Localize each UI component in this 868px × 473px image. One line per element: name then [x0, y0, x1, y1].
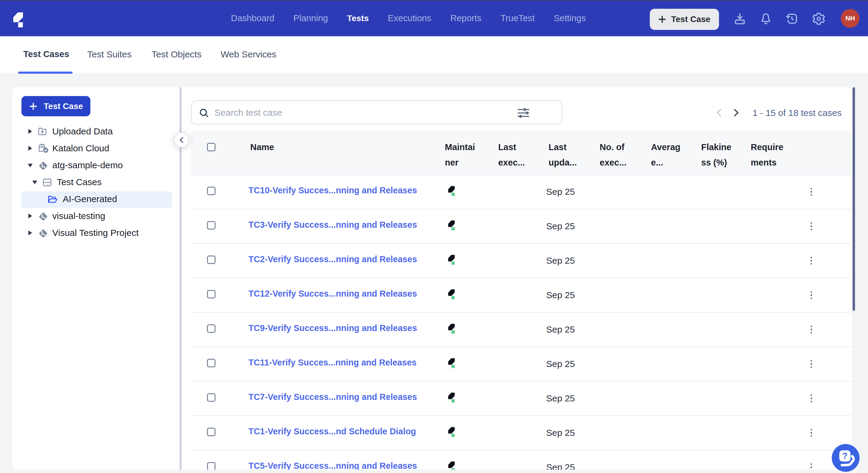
svg-text:?: ?: [842, 451, 848, 461]
